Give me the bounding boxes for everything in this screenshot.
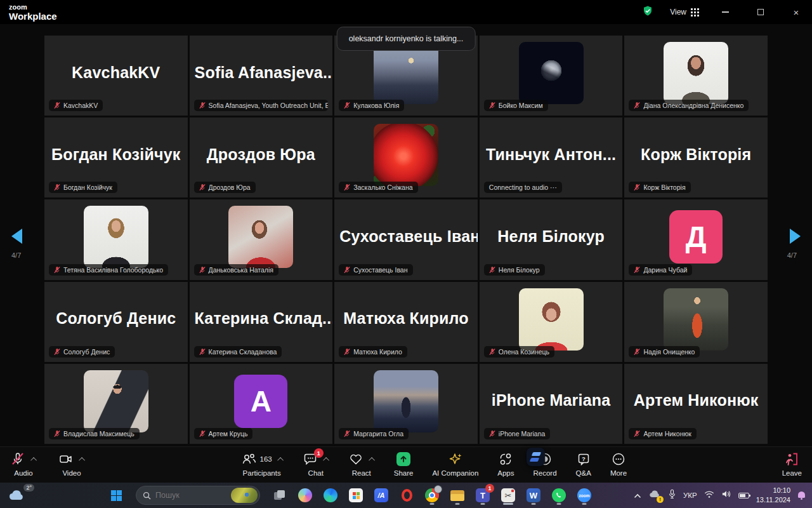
- app-icon-a[interactable]: /A: [373, 486, 390, 505]
- mic-muted-icon: [10, 451, 25, 467]
- apps-button[interactable]: Apps: [497, 451, 514, 477]
- apps-icon: [498, 451, 513, 467]
- zoom-logo-top: zoom: [9, 4, 57, 11]
- windows-taskbar: 2° /A T1 ✂ W zoom !: [0, 483, 812, 508]
- participant-tile[interactable]: Сухоставець Іван Сухоставець Іван: [334, 199, 478, 279]
- participant-tile[interactable]: А Артем Круць: [190, 364, 333, 444]
- close-button[interactable]: ×: [787, 3, 806, 22]
- chrome-icon[interactable]: [424, 486, 440, 505]
- muted-mic-icon: [344, 348, 350, 356]
- audio-options-chevron[interactable]: [30, 457, 37, 463]
- copilot-icon[interactable]: [297, 486, 313, 505]
- search-bar[interactable]: [136, 486, 260, 505]
- react-options-chevron[interactable]: [369, 457, 375, 463]
- word-icon[interactable]: W: [525, 486, 542, 505]
- opera-icon[interactable]: [398, 486, 415, 505]
- participant-tile[interactable]: Владислав Максимець: [44, 364, 188, 444]
- participant-name: Богдан Козійчук: [46, 145, 185, 164]
- participant-tile[interactable]: KavchakKV KavchakKV: [44, 36, 188, 116]
- edge-icon[interactable]: [322, 486, 339, 505]
- participant-tile[interactable]: Тетяна Василівна Голобородько: [44, 199, 188, 279]
- audio-button[interactable]: Audio: [10, 451, 37, 477]
- ai-companion-button[interactable]: AI Companion: [432, 451, 478, 477]
- next-page-arrow[interactable]: [790, 229, 801, 244]
- chat-options-chevron[interactable]: [323, 457, 329, 463]
- participant-tile[interactable]: Бойко Максим: [480, 36, 623, 116]
- task-view-icon[interactable]: [272, 486, 288, 505]
- muted-mic-icon: [54, 184, 60, 191]
- onedrive-icon[interactable]: !: [648, 490, 661, 501]
- search-icon: [143, 491, 151, 500]
- view-button[interactable]: View: [670, 8, 699, 17]
- participant-tile[interactable]: Заскалько Сніжана: [334, 117, 478, 197]
- battery-icon[interactable]: [738, 493, 749, 498]
- participant-video-placeholder: [664, 288, 728, 351]
- zoom-meeting-window: zoom Workplace View × oleksandr korniyen…: [0, 0, 812, 508]
- search-input[interactable]: [155, 491, 219, 500]
- qa-button[interactable]: ? Q&A: [576, 451, 591, 477]
- bing-daily-image[interactable]: [231, 488, 258, 503]
- volume-icon[interactable]: [721, 490, 731, 501]
- participant-name-tag: Дроздов Юра: [194, 182, 256, 193]
- restore-button[interactable]: [751, 3, 770, 22]
- more-button[interactable]: More: [610, 451, 627, 477]
- participant-name: Дроздов Юра: [202, 145, 320, 164]
- start-button[interactable]: [108, 486, 124, 505]
- participant-tile[interactable]: Тиньчук Антон... Connecting to audio ⋯: [480, 117, 623, 197]
- participant-name-tag: Артем Никонюк: [629, 428, 697, 439]
- zoom-logo: zoom Workplace: [6, 4, 57, 21]
- clock[interactable]: 10:10 13.11.2024: [756, 486, 790, 505]
- participant-tile[interactable]: Надія Онищенко: [624, 282, 768, 362]
- prev-page-arrow[interactable]: [11, 229, 22, 244]
- participant-tile[interactable]: Маргарита Огла: [334, 364, 478, 444]
- security-shield-icon[interactable]: [642, 5, 653, 19]
- participant-tile[interactable]: Артем Никонюк Артем Никонюк: [624, 364, 768, 444]
- participant-tile[interactable]: Д Дарина Чубай: [624, 199, 768, 279]
- participant-name-tag: Катерина Складанова: [194, 346, 282, 358]
- muted-mic-icon: [344, 184, 350, 191]
- zoom-app-icon[interactable]: zoom: [576, 486, 593, 505]
- participant-tile[interactable]: Корж Вікторія Корж Вікторія: [624, 117, 768, 197]
- record-button[interactable]: Record: [534, 451, 557, 477]
- participant-avatar: А: [234, 375, 287, 428]
- participant-name-tag: Бойко Максим: [484, 100, 548, 111]
- video-options-chevron[interactable]: [79, 457, 85, 463]
- muted-mic-icon: [344, 430, 350, 438]
- more-icon: [611, 451, 626, 467]
- minimize-button[interactable]: [716, 3, 735, 22]
- weather-widget[interactable]: 2°: [8, 489, 25, 502]
- participant-tile[interactable]: Неля Білокур Неля Білокур: [480, 199, 623, 279]
- video-button[interactable]: Video: [58, 451, 85, 477]
- teams-icon[interactable]: T1: [475, 486, 491, 505]
- share-button[interactable]: Share: [394, 451, 414, 477]
- tray-expand-icon[interactable]: [634, 490, 641, 501]
- participant-tile[interactable]: iPhone Mariana iPhone Mariana: [480, 364, 623, 444]
- mic-tray-icon[interactable]: [668, 489, 676, 502]
- whatsapp-icon[interactable]: [551, 486, 567, 505]
- gallery-stage: oleksandr korniyenko is talking... Kavch…: [0, 24, 812, 446]
- react-button[interactable]: React: [348, 451, 375, 477]
- chat-button[interactable]: 1 Chat: [303, 451, 329, 477]
- participant-tile[interactable]: Олена Козинець: [480, 282, 623, 362]
- participant-tile[interactable]: Сологуб Денис Сологуб Денис: [44, 282, 188, 362]
- store-icon[interactable]: [348, 486, 364, 505]
- zoom-logo-bottom: Workplace: [9, 11, 57, 21]
- wifi-icon[interactable]: [704, 490, 714, 501]
- notification-bell-icon[interactable]: [797, 491, 806, 500]
- file-explorer-icon[interactable]: [449, 486, 466, 505]
- participants-options-chevron[interactable]: [277, 457, 284, 463]
- participant-name-tag: Владислав Максимець: [49, 428, 140, 439]
- language-indicator[interactable]: УКР: [683, 491, 697, 499]
- muted-mic-icon: [489, 102, 495, 109]
- participant-tile[interactable]: Богдан Козійчук Богдан Козійчук: [44, 117, 188, 197]
- participant-grid: KavchakKV KavchakKV Sofia Afanasjeva... …: [44, 36, 768, 444]
- leave-button[interactable]: Leave: [782, 451, 802, 477]
- participant-tile[interactable]: Катерина Склад... Катерина Складанова: [190, 282, 333, 362]
- participant-tile[interactable]: Sofia Afanasjeva... Sofia Afanasjeva, Yo…: [190, 36, 333, 116]
- participant-tile[interactable]: Дроздов Юра Дроздов Юра: [190, 117, 333, 197]
- snipping-tool-icon[interactable]: ✂: [500, 486, 516, 505]
- participants-button[interactable]: 163 Participants: [240, 451, 284, 477]
- participant-tile[interactable]: Даньковська Наталія: [190, 199, 333, 279]
- participant-tile[interactable]: Діана Олександрівна Денисенко: [624, 36, 768, 116]
- participant-tile[interactable]: Матюха Кирило Матюха Кирило: [334, 282, 478, 362]
